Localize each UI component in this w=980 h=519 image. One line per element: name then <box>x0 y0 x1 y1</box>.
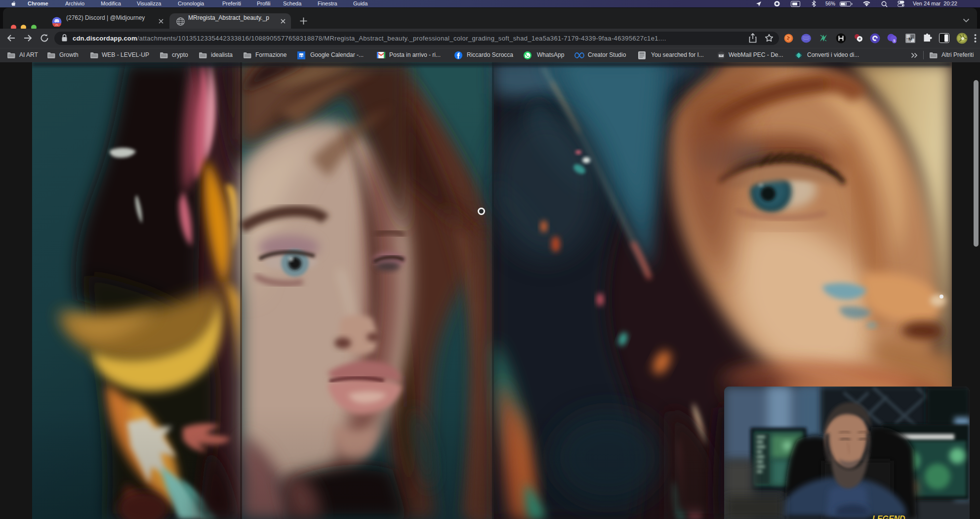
svg-text:5: 5 <box>894 39 896 43</box>
svg-text:LEGEND: LEGEND <box>872 515 905 519</box>
svg-text:31: 31 <box>299 54 304 58</box>
svg-text:M: M <box>908 37 912 42</box>
svg-text:2%: 2% <box>55 24 58 26</box>
